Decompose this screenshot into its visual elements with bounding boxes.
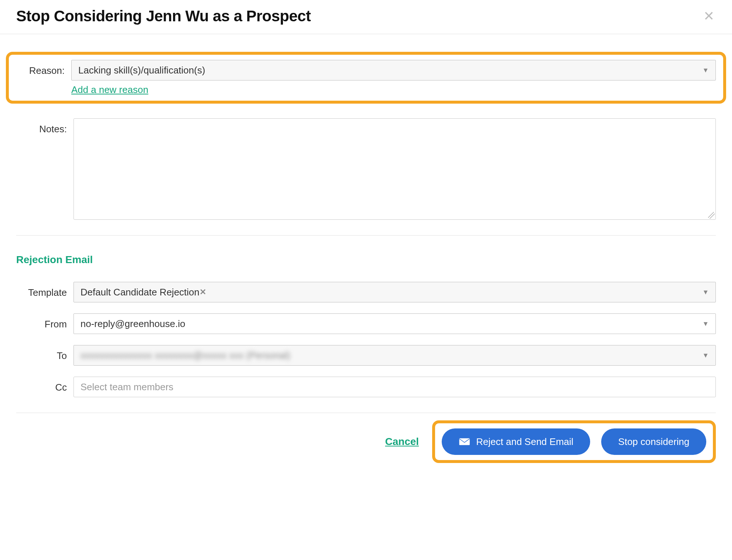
- from-select-value: no-reply@greenhouse.io: [80, 318, 185, 330]
- to-input-col: xxxxxxxxxxxxxxx xxxxxxxx@xxxxx xxx (Pers…: [73, 345, 716, 366]
- reason-select[interactable]: Lacking skill(s)/qualification(s) ▼: [71, 60, 716, 80]
- dialog-content: Reason: Lacking skill(s)/qualification(s…: [0, 34, 732, 470]
- reject-and-send-email-label: Reject and Send Email: [476, 436, 573, 448]
- template-input-col: Default Candidate Rejection ✕ ▼: [73, 282, 716, 302]
- dialog-header: Stop Considering Jenn Wu as a Prospect ✕: [0, 0, 732, 34]
- to-row: To xxxxxxxxxxxxxxx xxxxxxxx@xxxxx xxx (P…: [16, 345, 716, 366]
- chevron-down-icon: ▼: [702, 288, 709, 296]
- dialog-title: Stop Considering Jenn Wu as a Prospect: [16, 7, 311, 25]
- chevron-down-icon: ▼: [702, 320, 709, 328]
- to-select-value: xxxxxxxxxxxxxxx xxxxxxxx@xxxxx xxx (Pers…: [80, 350, 290, 361]
- cc-input[interactable]: Select team members: [73, 377, 716, 397]
- notes-input-col: [73, 118, 716, 220]
- action-buttons-highlight-box: Reject and Send Email Stop considering: [432, 420, 716, 463]
- notes-textarea[interactable]: [73, 118, 716, 220]
- rejection-email-heading: Rejection Email: [16, 254, 716, 266]
- from-input-col: no-reply@greenhouse.io ▼: [73, 313, 716, 334]
- envelope-icon: [459, 438, 470, 446]
- template-select-value: Default Candidate Rejection: [80, 287, 200, 298]
- cc-input-col: Select team members: [73, 377, 716, 397]
- chevron-down-icon: ▼: [702, 352, 709, 359]
- to-select[interactable]: xxxxxxxxxxxxxxx xxxxxxxx@xxxxx xxx (Pers…: [73, 345, 716, 366]
- from-select[interactable]: no-reply@greenhouse.io ▼: [73, 313, 716, 334]
- reason-label: Reason:: [14, 60, 65, 76]
- clear-template-icon[interactable]: ✕: [200, 287, 206, 297]
- cc-placeholder: Select team members: [80, 381, 173, 393]
- reject-and-send-email-button[interactable]: Reject and Send Email: [442, 428, 590, 455]
- template-select[interactable]: Default Candidate Rejection ✕ ▼: [73, 282, 716, 302]
- reason-row: Reason: Lacking skill(s)/qualification(s…: [14, 60, 716, 96]
- cc-row: Cc Select team members: [16, 377, 716, 397]
- chevron-down-icon: ▼: [702, 67, 709, 74]
- divider-1: [16, 235, 716, 236]
- notes-row: Notes:: [16, 118, 716, 220]
- dialog-footer: Cancel Reject and Send Email Stop consid…: [16, 413, 716, 470]
- from-row: From no-reply@greenhouse.io ▼: [16, 313, 716, 334]
- to-label: To: [16, 345, 67, 362]
- stop-considering-button[interactable]: Stop considering: [601, 428, 706, 455]
- svg-rect-0: [459, 438, 470, 445]
- add-new-reason-link[interactable]: Add a new reason: [71, 84, 148, 96]
- reason-select-value: Lacking skill(s)/qualification(s): [78, 65, 205, 76]
- template-row: Template Default Candidate Rejection ✕ ▼: [16, 282, 716, 302]
- template-label: Template: [16, 282, 67, 298]
- cc-label: Cc: [16, 377, 67, 393]
- close-icon[interactable]: ✕: [702, 8, 716, 24]
- notes-label: Notes:: [16, 118, 67, 135]
- from-label: From: [16, 313, 67, 330]
- reason-input-col: Lacking skill(s)/qualification(s) ▼ Add …: [71, 60, 716, 96]
- rejection-email-section: Template Default Candidate Rejection ✕ ▼…: [16, 282, 716, 397]
- reason-highlight-box: Reason: Lacking skill(s)/qualification(s…: [6, 52, 726, 104]
- cancel-link[interactable]: Cancel: [385, 436, 419, 448]
- stop-considering-dialog: Stop Considering Jenn Wu as a Prospect ✕…: [0, 0, 732, 470]
- stop-considering-label: Stop considering: [618, 436, 689, 448]
